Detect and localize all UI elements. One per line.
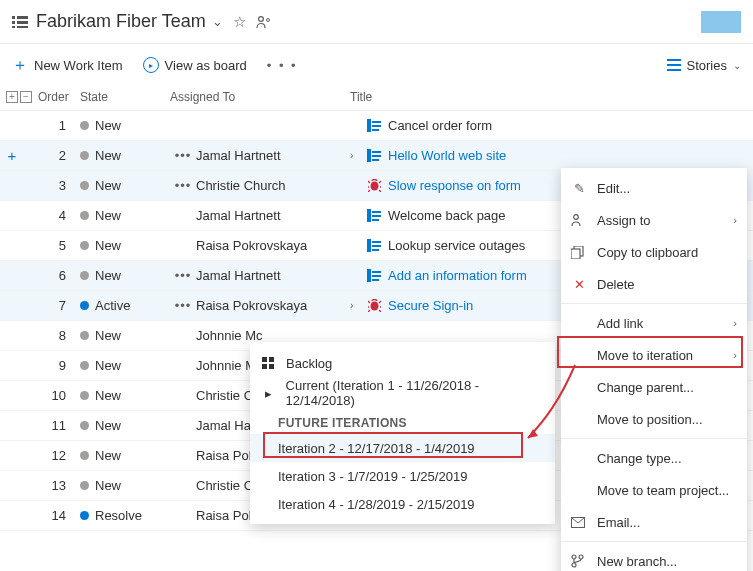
star-icon[interactable]: ☆ [233, 13, 246, 31]
state-dot-icon [80, 391, 89, 400]
state-dot-icon [80, 511, 89, 520]
ctx-move-to-position[interactable]: Move to position... [561, 403, 747, 435]
collapse-all-icon[interactable]: − [20, 91, 32, 103]
submenu-iteration-2[interactable]: Iteration 2 - 12/17/2018 - 1/4/2019 [250, 434, 555, 462]
row-state: New [80, 148, 170, 163]
chevron-down-icon[interactable]: ⌄ [212, 14, 223, 29]
email-icon [571, 517, 587, 528]
ctx-add-link[interactable]: Add link › [561, 307, 747, 339]
view-as-board-button[interactable]: View as board [143, 57, 247, 73]
ctx-edit[interactable]: ✎ Edit... [561, 172, 747, 204]
chevron-right-icon: › [733, 214, 737, 226]
svg-rect-17 [372, 155, 381, 157]
backlog-icon [262, 357, 276, 369]
view-as-board-label: View as board [165, 58, 247, 73]
ctx-change-parent[interactable]: Change parent... [561, 371, 747, 403]
svg-rect-38 [269, 357, 274, 362]
backlog-icon [12, 14, 28, 30]
svg-rect-40 [269, 364, 274, 369]
row-order: 2 [36, 148, 80, 163]
ctx-assign-to[interactable]: Assign to › [561, 204, 747, 236]
row-order: 10 [36, 388, 80, 403]
expand-collapse-controls[interactable]: + − [4, 91, 38, 103]
bug-icon [364, 299, 384, 312]
team-name[interactable]: Fabrikam Fiber Team [36, 11, 206, 32]
chevron-right-icon: › [350, 150, 364, 161]
chevron-right-icon: › [733, 349, 737, 361]
state-dot-icon [80, 301, 89, 310]
context-menu: ✎ Edit... Assign to › Copy to clipboard … [561, 168, 747, 571]
row-title[interactable]: Hello World web site [384, 148, 506, 163]
ctx-copy[interactable]: Copy to clipboard [561, 236, 747, 268]
person-icon [571, 213, 587, 227]
svg-point-32 [370, 302, 378, 311]
svg-rect-9 [667, 64, 681, 66]
svg-rect-10 [667, 69, 681, 71]
svg-rect-2 [12, 21, 15, 24]
copy-icon [571, 246, 587, 259]
chevron-right-icon: ▸ [262, 386, 276, 401]
stories-label: Stories [687, 58, 727, 73]
row-state: Active [80, 298, 170, 313]
svg-point-7 [266, 18, 269, 21]
row-assigned: Jamal Hartnett [196, 268, 350, 283]
svg-rect-14 [372, 129, 379, 131]
ctx-move-to-project[interactable]: Move to team project... [561, 474, 747, 506]
row-title: Lookup service outages [384, 238, 525, 253]
row-more-button[interactable]: ••• [170, 148, 196, 163]
toolbar-more-button[interactable]: • • • [267, 58, 298, 73]
ctx-delete[interactable]: ✕ Delete [561, 268, 747, 300]
ctx-move-to-iteration[interactable]: Move to iteration › [561, 339, 747, 371]
bug-icon [364, 179, 384, 192]
search-box[interactable] [701, 11, 741, 33]
row-title: Cancel order form [384, 118, 492, 133]
row-order: 3 [36, 178, 80, 193]
stories-filter[interactable]: Stories ⌄ [667, 58, 741, 73]
column-assigned[interactable]: Assigned To [170, 90, 350, 104]
table-row[interactable]: +2New•••Jamal Hartnett›Hello World web s… [0, 141, 753, 171]
row-title[interactable]: Add an information form [384, 268, 527, 283]
add-child-icon[interactable]: + [4, 147, 20, 164]
svg-point-6 [258, 16, 263, 21]
new-work-item-button[interactable]: ＋ New Work Item [12, 55, 123, 76]
column-title[interactable]: Title [350, 90, 753, 104]
submenu-iteration-3[interactable]: Iteration 3 - 1/7/2019 - 1/25/2019 [250, 462, 555, 490]
table-row[interactable]: 1NewCancel order form [0, 111, 753, 141]
row-more-button[interactable]: ••• [170, 298, 196, 313]
submenu-backlog[interactable]: Backlog [250, 348, 555, 378]
row-order: 5 [36, 238, 80, 253]
column-state[interactable]: State [80, 90, 170, 104]
submenu-backlog-label: Backlog [286, 356, 332, 371]
submenu-current[interactable]: ▸ Current (Iteration 1 - 11/26/2018 - 12… [250, 378, 555, 408]
row-assigned: Jamal Hartnett [196, 148, 350, 163]
svg-rect-1 [17, 16, 28, 19]
ctx-email[interactable]: Email... [561, 506, 747, 538]
row-title[interactable]: Secure Sign-in [384, 298, 473, 313]
submenu-current-label: Current (Iteration 1 - 11/26/2018 - 12/1… [286, 378, 543, 408]
play-circle-icon [143, 57, 159, 73]
submenu-heading: FUTURE ITERATIONS [250, 408, 555, 434]
pbi-icon [364, 269, 384, 282]
row-more-button[interactable]: ••• [170, 268, 196, 283]
column-order[interactable]: Order [38, 90, 80, 104]
row-state: New [80, 238, 170, 253]
svg-point-19 [370, 182, 378, 191]
row-state: New [80, 418, 170, 433]
row-state: New [80, 328, 170, 343]
svg-rect-4 [12, 26, 15, 28]
ctx-change-type[interactable]: Change type... [561, 442, 747, 474]
row-more-button[interactable]: ••• [170, 178, 196, 193]
ctx-new-branch[interactable]: New branch... [561, 545, 747, 571]
submenu-iteration-4[interactable]: Iteration 4 - 1/28/2019 - 2/15/2019 [250, 490, 555, 518]
row-assigned: Johnnie Mc [196, 328, 350, 343]
expand-all-icon[interactable]: + [6, 91, 18, 103]
people-icon[interactable] [256, 15, 272, 29]
state-dot-icon [80, 181, 89, 190]
svg-rect-25 [372, 241, 381, 243]
svg-rect-5 [17, 26, 28, 28]
row-title[interactable]: Slow response on form [384, 178, 521, 193]
row-order: 9 [36, 358, 80, 373]
svg-point-41 [574, 215, 579, 220]
iteration-submenu: Backlog ▸ Current (Iteration 1 - 11/26/2… [250, 342, 555, 524]
svg-rect-26 [372, 245, 381, 247]
